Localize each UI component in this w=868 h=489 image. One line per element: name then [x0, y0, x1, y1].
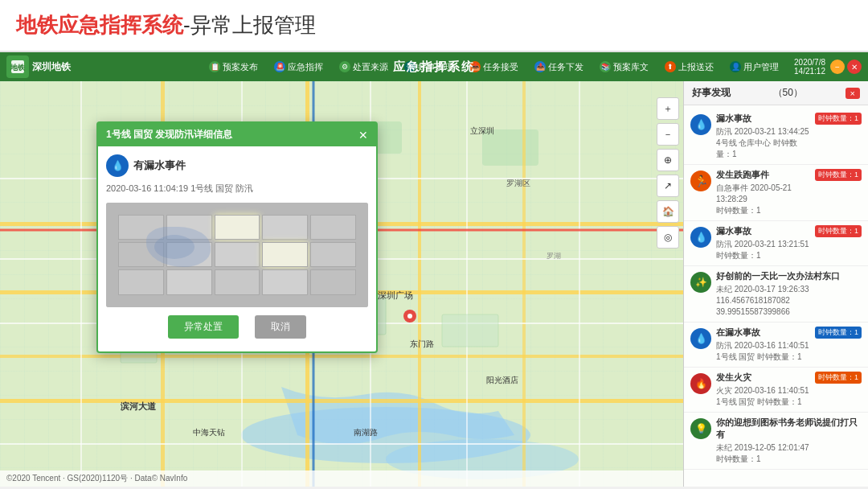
list-item[interactable]: 💧 漏水事故 防汛 2020-03-21 13:44:254号线 仓库中心 时钟… [684, 109, 868, 165]
btn-preplan-lib[interactable]: 📚 预案库文 [594, 59, 654, 76]
water-icon-3: 💧 [690, 227, 711, 248]
disposal-icon: ⚙ [339, 61, 350, 72]
svg-rect-24 [579, 81, 580, 487]
map-area[interactable]: 体育宫 红桂学学 立深圳 KKmall小基 深南中路 深圳广场 罗湖区 世界金融… [0, 81, 868, 487]
btn-task-send[interactable]: 📤 任务下发 [529, 59, 589, 76]
dialog-event-icon: 💧 [106, 154, 129, 177]
map-attribution: ©2020 Tencent · GS(2020)1120号 · Data© Na… [6, 473, 187, 484]
svg-rect-20 [80, 81, 82, 487]
minimize-button[interactable]: − [830, 60, 845, 74]
water-icon-5: 💧 [690, 328, 711, 349]
event-badge-5: 时钟数量：1 [815, 327, 862, 339]
upload-icon: ⬆ [665, 61, 676, 72]
event-meta-5: 防汛 2020-03-16 11:40:511号线 国贸 时钟数量：1 [716, 340, 810, 363]
svg-text:南湖路: 南湖路 [354, 428, 378, 437]
event-title-1: 漏水事故 [716, 113, 810, 125]
panel-close-button[interactable]: × [845, 88, 860, 99]
nav-buttons: 📋 预案发布 🚨 应急指挥 ⚙ 处置来源 👁 好事发现 📥 任务接受 📤 [203, 58, 862, 76]
bottom-bar: ©2020 Tencent · GS(2020)1120号 · Data© Na… [0, 471, 683, 487]
svg-text:深圳广场: 深圳广场 [378, 290, 413, 300]
event-title-7: 你的迎想到图标书务老师说提们打只有 [716, 417, 862, 441]
dialog-footer: 异常处置 取消 [106, 307, 368, 343]
event-meta-6: 火灾 2020-03-16 11:40:511号线 国贸 时钟数量：1 [716, 385, 810, 408]
list-item[interactable]: 💧 漏水事故 防汛 2020-03-21 13:21:51时钟数量：1 时钟数量… [684, 221, 868, 266]
dialog-meta: 2020-03-16 11:04:19 1号线 国贸 防汛 [106, 182, 368, 196]
task-send-icon: 📤 [534, 61, 546, 72]
event-title-5: 在漏水事故 [716, 327, 810, 339]
event-badge-6: 时钟数量：1 [815, 372, 862, 384]
dialog-title: 1号线 国贸 发现防汛详细信息 [106, 128, 232, 142]
list-item[interactable]: ✨ 好创前的一天比一次办法村东口 未纪 2020-03-17 19:26:331… [684, 266, 868, 323]
logo-text: 深圳地铁 [32, 60, 71, 74]
svg-text:罗湖: 罗湖 [547, 252, 561, 260]
event-content-2: 发生跌跑事件 自急事件 2020-05-21 13:28:29时钟数量：1 [716, 169, 810, 216]
logo-icon: 地铁 [6, 55, 29, 78]
navigate-button[interactable]: ↗ [657, 175, 679, 197]
svg-rect-14 [418, 81, 421, 487]
event-content-4: 好创前的一天比一次办法村东口 未纪 2020-03-17 19:26:33116… [716, 270, 862, 318]
zoom-fit-button[interactable]: ⊕ [657, 149, 679, 171]
info-icon-7: 💡 [690, 418, 711, 439]
event-badge-1: 时钟数量：1 [815, 113, 862, 125]
dialog-info-row: 💧 有漏水事件 [106, 154, 368, 177]
event-meta-4: 未纪 2020-03-17 19:26:33116.4567618187082 … [716, 284, 862, 318]
dialog-event-title: 有漏水事件 [133, 158, 186, 173]
svg-rect-32 [442, 314, 498, 347]
event-title-3: 漏水事故 [716, 225, 810, 237]
dialog-header: 1号线 国贸 发现防汛详细信息 ✕ [98, 123, 376, 146]
event-meta-3: 防汛 2020-03-21 13:21:51时钟数量：1 [716, 239, 810, 261]
confirm-button[interactable]: 异常处置 [168, 315, 239, 339]
close-button[interactable]: ✕ [847, 60, 862, 74]
event-badge-3: 时钟数量：1 [815, 225, 862, 237]
emergency-icon: 🚨 [274, 61, 285, 72]
zoom-out-button[interactable]: － [657, 123, 679, 146]
nav-controls: − ✕ [830, 60, 862, 74]
right-panel: 好事发现 （50） × 💧 漏水事故 防汛 2020-03-21 13:44:2… [683, 81, 868, 487]
layer-button[interactable]: ◎ [657, 226, 679, 249]
svg-text:立深圳: 立深圳 [470, 126, 494, 135]
preplan-lib-icon: 📚 [600, 61, 611, 72]
svg-rect-19 [0, 443, 683, 445]
event-meta-2: 自急事件 2020-05-21 13:28:29时钟数量：1 [716, 183, 810, 216]
nav-datetime: 2020/7/8 14/21:12 [794, 58, 825, 76]
list-item[interactable]: 💧 在漏水事故 防汛 2020-03-16 11:40:511号线 国贸 时钟数… [684, 323, 868, 368]
btn-disposal[interactable]: ⚙ 处置来源 [334, 59, 394, 76]
event-title-6: 发生火灾 [716, 372, 810, 384]
dialog-close-button[interactable]: ✕ [358, 129, 368, 142]
preplan-icon: 📋 [209, 61, 220, 72]
user-mgmt-icon: 👤 [730, 61, 741, 72]
list-item[interactable]: 💡 你的迎想到图标书务老师说提们打只有 未纪 2019-12-05 12:01:… [684, 413, 868, 470]
svg-text:地铁: 地铁 [10, 64, 26, 72]
event-content-3: 漏水事故 防汛 2020-03-21 13:21:51时钟数量：1 [716, 225, 810, 261]
list-item[interactable]: 🔥 发生火灾 火灾 2020-03-16 11:40:511号线 国贸 时钟数量… [684, 368, 868, 413]
panel-title: 好事发现 [692, 86, 731, 100]
event-detail-dialog: 1号线 国贸 发现防汛详细信息 ✕ 💧 有漏水事件 2020-03-16 11:… [96, 121, 378, 353]
main-container: 地铁 深圳地铁 应急指挥系统 📋 预案发布 🚨 应急指挥 ⚙ 处置来源 👁 好事… [0, 52, 868, 487]
svg-text:中海天钻: 中海天钻 [193, 428, 225, 437]
btn-emergency[interactable]: 🚨 应急指挥 [268, 59, 329, 76]
panel-count-label: （50） [773, 86, 803, 100]
event-title-2: 发生跌跑事件 [716, 169, 810, 181]
btn-upload[interactable]: ⬆ 上报送还 [659, 59, 719, 76]
page-title: 地铁应急指挥系统-异常上报管理 [16, 11, 316, 39]
panel-header: 好事发现 （50） × [684, 81, 868, 105]
svg-rect-15 [522, 81, 526, 487]
btn-preplan[interactable]: 📋 预案发布 [203, 59, 264, 76]
cancel-button[interactable]: 取消 [255, 315, 306, 339]
event-content-6: 发生火灾 火灾 2020-03-16 11:40:511号线 国贸 时钟数量：1 [716, 372, 810, 408]
svg-text:罗湖区: 罗湖区 [506, 179, 530, 187]
info-icon-4: ✨ [690, 272, 711, 293]
panel-body: 💧 漏水事故 防汛 2020-03-21 13:44:254号线 仓库中心 时钟… [684, 105, 868, 487]
nav-system-title: 应急指挥系统 [393, 60, 475, 75]
person-icon-2: 🏃 [690, 171, 711, 191]
nav-logo: 地铁 深圳地铁 [6, 55, 71, 78]
event-content-1: 漏水事故 防汛 2020-03-21 13:44:254号线 仓库中心 时钟数量… [716, 113, 810, 160]
zoom-in-button[interactable]: ＋ [657, 97, 679, 120]
list-item[interactable]: 🏃 发生跌跑事件 自急事件 2020-05-21 13:28:29时钟数量：1 … [684, 165, 868, 221]
btn-user-mgmt[interactable]: 👤 用户管理 [724, 59, 784, 76]
title-bar: 地铁应急指挥系统-异常上报管理 [0, 0, 868, 52]
ceiling-simulation [106, 203, 368, 307]
svg-rect-23 [466, 81, 468, 487]
svg-text:东门路: 东门路 [410, 339, 434, 348]
home-button[interactable]: 🏠 [657, 200, 679, 223]
